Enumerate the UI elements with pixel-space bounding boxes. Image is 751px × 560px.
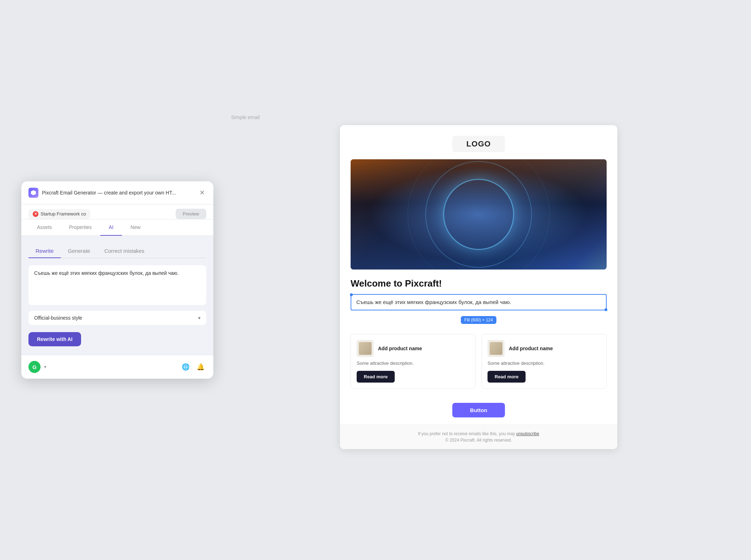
read-more-btn-2[interactable]: Read more — [488, 371, 526, 383]
globe-icon[interactable]: 🌐 — [180, 361, 191, 373]
product-row: Add product name Some attractive descrip… — [351, 327, 607, 396]
tab-new[interactable]: New — [122, 219, 149, 236]
sub-tabs: Rewrite Generate Correct mistakes — [28, 244, 206, 258]
product-thumb-2 — [488, 340, 505, 357]
read-more-btn-1[interactable]: Read more — [357, 371, 395, 383]
product-card-2: Add product name Some attractive descrip… — [481, 334, 607, 389]
selected-text-block[interactable]: Съешь же ещё этих мягких французских бул… — [351, 294, 607, 311]
hero-shapes — [351, 159, 607, 270]
email-label: Simple email — [231, 114, 260, 120]
logo-block: LOGO — [351, 136, 607, 152]
project-tab[interactable]: ✕ Startup Framework co — [28, 209, 90, 219]
nav-tabs: Assets Properties AI New — [21, 219, 213, 236]
project-error-icon: ✕ — [33, 211, 38, 217]
cta-button[interactable]: Button — [452, 403, 505, 417]
sub-tab-generate[interactable]: Generate — [61, 244, 97, 258]
cta-section: Button — [351, 396, 607, 425]
hero-image — [351, 159, 607, 270]
email-footer: If you prefer not to receive emails like… — [340, 425, 617, 449]
email-preview-wrap: Simple email LOGO Welcome to Pixcraft! — [228, 111, 730, 449]
product-thumb-inner-2 — [490, 342, 502, 355]
hero-ring-1 — [443, 179, 514, 250]
tab-bar-top: ✕ Startup Framework co Preview — [21, 204, 213, 219]
tab-properties[interactable]: Properties — [60, 219, 100, 236]
selection-handle-br — [604, 308, 607, 311]
panel-title: Pixcraft Email Generator — create and ex… — [42, 190, 194, 196]
product-desc-1: Some attractive description. — [357, 361, 470, 366]
rewrite-with-ai-button[interactable]: Rewrite with AI — [28, 332, 81, 346]
chevron-down-icon: ▾ — [198, 315, 201, 321]
sub-tab-rewrite[interactable]: Rewrite — [28, 244, 61, 258]
tab-assets[interactable]: Assets — [28, 219, 60, 236]
textarea-wrapper — [28, 265, 206, 305]
app-icon-shape — [31, 190, 36, 195]
fill-badge: Fill (600) × 124 — [461, 316, 496, 324]
selection-handle-tl — [350, 293, 353, 296]
sub-tab-correct[interactable]: Correct mistakes — [97, 244, 151, 258]
avatar-chevron-icon[interactable]: ▾ — [44, 364, 46, 369]
product-card-2-header: Add product name — [488, 340, 601, 357]
product-desc-2: Some attractive description. — [488, 361, 601, 366]
logo: LOGO — [452, 136, 505, 152]
product-name-2: Add product name — [509, 346, 553, 351]
panel-body: Rewrite Generate Correct mistakes Offici… — [21, 236, 213, 355]
unsubscribe-link[interactable]: unsubscribe — [516, 431, 539, 436]
avatar: G — [28, 361, 41, 373]
product-thumb-1 — [357, 340, 374, 357]
left-panel: Pixcraft Email Generator — create and ex… — [21, 181, 213, 379]
product-card-1: Add product name Some attractive descrip… — [351, 334, 476, 389]
rewrite-textarea[interactable] — [34, 270, 201, 299]
project-name: Startup Framework co — [41, 211, 86, 217]
email-heading: Welcome to Pixcraft! — [351, 278, 607, 289]
preview-button[interactable]: Preview — [176, 209, 206, 219]
app-icon — [28, 188, 38, 198]
selected-text-content: Съешь же ещё этих мягких французских бул… — [356, 298, 601, 306]
product-thumb-inner-1 — [359, 342, 372, 355]
footer-text: If you prefer not to receive emails like… — [418, 431, 515, 436]
email-body: LOGO Welcome to Pixcraft! Съешь же ещё э… — [340, 125, 617, 425]
tab-ai[interactable]: AI — [100, 219, 122, 236]
email-canvas: LOGO Welcome to Pixcraft! Съешь же ещё э… — [340, 125, 617, 449]
bell-icon[interactable]: 🔔 — [195, 361, 206, 373]
close-button[interactable]: ✕ — [198, 188, 206, 197]
product-name-1: Add product name — [378, 346, 422, 351]
panel-header: Pixcraft Email Generator — create and ex… — [21, 181, 213, 204]
copyright: © 2024 Pixcraft. All rights reserved. — [351, 438, 607, 443]
panel-footer: G ▾ 🌐 🔔 — [21, 355, 213, 379]
style-dropdown[interactable]: Official-business style ▾ — [28, 311, 206, 325]
style-dropdown-label: Official-business style — [34, 315, 82, 321]
product-card-1-header: Add product name — [357, 340, 470, 357]
